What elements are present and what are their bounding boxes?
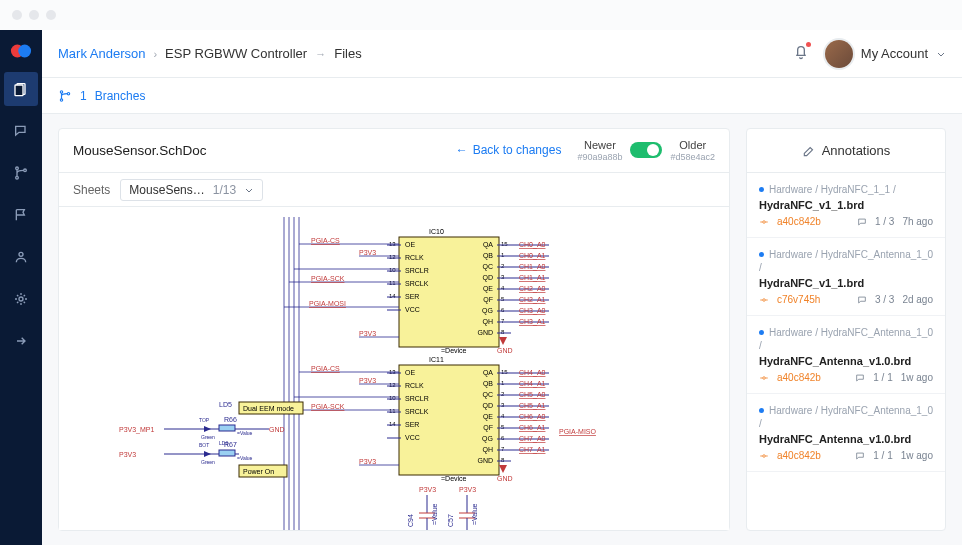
nav-settings-icon[interactable]: [4, 282, 38, 316]
svg-text:QD: QD: [483, 402, 494, 410]
svg-point-208: [763, 376, 766, 379]
annotation-item[interactable]: Hardware / HydraNFC_Antenna_1_0 / HydraN…: [747, 316, 945, 394]
svg-text:R66: R66: [224, 416, 237, 423]
svg-text:CH1_A0: CH1_A0: [519, 263, 546, 271]
svg-text:5: 5: [501, 424, 505, 430]
svg-text:CH6_A1: CH6_A1: [519, 424, 546, 432]
svg-text:CH4_A1: CH4_A1: [519, 380, 546, 388]
annotation-time: 2d ago: [902, 294, 933, 305]
annotation-path: Hardware / HydraNFC_Antenna_1_0 /: [759, 404, 933, 430]
commit-icon: [759, 295, 769, 305]
annotation-file: HydraNFC_v1_1.brd: [759, 277, 933, 289]
account-label: My Account: [861, 46, 928, 61]
svg-text:CH3_A1: CH3_A1: [519, 318, 546, 326]
svg-marker-177: [204, 451, 211, 457]
topbar: Mark Anderson › ESP RGBWW Controller → F…: [42, 30, 962, 78]
branches-bar[interactable]: 1 Branches: [42, 78, 962, 114]
older-hash: #d58e4ac2: [670, 152, 715, 163]
notifications-button[interactable]: [793, 44, 809, 64]
comment-icon: [857, 295, 867, 305]
svg-text:QC: QC: [483, 391, 494, 399]
svg-text:11: 11: [389, 280, 396, 286]
svg-text:SER: SER: [405, 421, 419, 428]
svg-text:P3V3: P3V3: [459, 486, 476, 493]
svg-text:8: 8: [501, 329, 505, 335]
annotation-commit[interactable]: a40c842b: [777, 216, 821, 227]
annotation-commit[interactable]: a40c842b: [777, 450, 821, 461]
nav-branches-icon[interactable]: [4, 156, 38, 190]
comment-icon: [855, 373, 865, 383]
svg-point-1: [18, 45, 31, 58]
version-toggle[interactable]: [630, 142, 662, 158]
nav-chat-icon[interactable]: [4, 114, 38, 148]
annotation-item[interactable]: Hardware / HydraNFC_1_1 / HydraNFC_v1_1.…: [747, 173, 945, 238]
ic11-ref: IC11: [429, 356, 444, 363]
document-title: MouseSensor.SchDoc: [73, 143, 207, 158]
annotation-count: 1 / 1: [873, 450, 892, 461]
traffic-yellow-icon[interactable]: [29, 10, 39, 20]
svg-text:12: 12: [389, 382, 396, 388]
back-to-changes-link[interactable]: ← Back to changes: [456, 143, 562, 157]
breadcrumb-project[interactable]: ESP RGBWW Controller: [165, 46, 307, 61]
account-menu[interactable]: My Account: [825, 40, 946, 68]
svg-text:PGIA-CS: PGIA-CS: [311, 365, 340, 372]
svg-text:7: 7: [501, 446, 505, 452]
svg-text:15: 15: [501, 241, 508, 247]
svg-text:=Value: =Value: [431, 503, 438, 525]
svg-text:Power On: Power On: [243, 468, 274, 475]
branches-count: 1: [80, 89, 87, 103]
svg-text:10: 10: [389, 395, 396, 401]
annotation-count: 1 / 3: [875, 216, 894, 227]
svg-text:1: 1: [501, 380, 505, 386]
svg-text:P3V3: P3V3: [119, 451, 136, 458]
svg-text:5: 5: [501, 296, 505, 302]
nav-files-icon[interactable]: [4, 72, 38, 106]
svg-text:PGIA-MISO: PGIA-MISO: [559, 428, 597, 435]
back-label: Back to changes: [473, 143, 562, 157]
svg-point-211: [763, 454, 766, 457]
svg-text:10: 10: [389, 267, 396, 273]
avatar: [825, 40, 853, 68]
annotation-item[interactable]: Hardware / HydraNFC_Antenna_1_0 / HydraN…: [747, 238, 945, 316]
nav-people-icon[interactable]: [4, 240, 38, 274]
comment-icon: [855, 451, 865, 461]
traffic-red-icon[interactable]: [12, 10, 22, 20]
breadcrumb-user[interactable]: Mark Anderson: [58, 46, 145, 61]
svg-text:Green: Green: [201, 434, 215, 440]
annotation-path: Hardware / HydraNFC_1_1 /: [759, 183, 933, 196]
svg-marker-201: [499, 465, 507, 473]
svg-text:7: 7: [501, 318, 505, 324]
svg-text:BOT: BOT: [199, 442, 209, 448]
traffic-green-icon[interactable]: [46, 10, 56, 20]
nav-flag-icon[interactable]: [4, 198, 38, 232]
svg-point-205: [763, 298, 766, 301]
annotation-commit[interactable]: a40c842b: [777, 372, 821, 383]
svg-text:QE: QE: [483, 413, 493, 421]
svg-text:OE: OE: [405, 241, 415, 248]
svg-text:P3V3: P3V3: [359, 458, 376, 465]
svg-point-6: [24, 169, 27, 172]
edit-icon: [802, 144, 816, 158]
svg-text:QF: QF: [483, 424, 493, 432]
annotation-commit[interactable]: c76v745h: [777, 294, 820, 305]
annotation-path: Hardware / HydraNFC_Antenna_1_0 /: [759, 248, 933, 274]
newer-hash: #90a9a88b: [577, 152, 622, 163]
svg-text:QA: QA: [483, 369, 493, 377]
chevron-right-icon: →: [315, 48, 326, 60]
svg-text:11: 11: [389, 408, 396, 414]
app-logo-icon[interactable]: [8, 38, 34, 64]
svg-text:GND: GND: [477, 329, 493, 336]
svg-text:=Value: =Value: [237, 455, 253, 461]
sheets-label: Sheets: [73, 183, 110, 197]
annotation-item[interactable]: Hardware / HydraNFC_Antenna_1_0 / HydraN…: [747, 394, 945, 472]
nav-collapse-icon[interactable]: [4, 324, 38, 358]
arrow-left-icon: ←: [456, 143, 468, 157]
svg-text:4: 4: [501, 285, 505, 291]
svg-text:QH: QH: [483, 446, 494, 454]
svg-text:QA: QA: [483, 241, 493, 249]
svg-text:4: 4: [501, 413, 505, 419]
schematic-canvas[interactable]: IC10 =Device OE13RCLK12SRCLR10SRCLK11SER…: [59, 207, 729, 530]
svg-text:P3V3: P3V3: [419, 486, 436, 493]
annotations-panel: Annotations Hardware / HydraNFC_1_1 / Hy…: [746, 128, 946, 531]
sheet-selector[interactable]: MouseSens… 1/13: [120, 179, 263, 201]
